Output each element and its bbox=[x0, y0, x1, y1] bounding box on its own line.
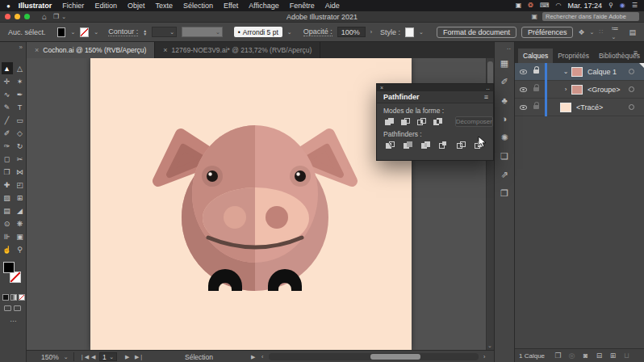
shape-builder-tool[interactable]: ◰ bbox=[15, 179, 26, 191]
tab-close-icon[interactable]: × bbox=[163, 46, 167, 54]
layer-row[interactable]: <Tracé> bbox=[515, 99, 644, 116]
adobe-cc-menu-icon[interactable]: ❂ bbox=[528, 2, 533, 9]
menu-item[interactable]: Illustrator bbox=[19, 2, 52, 10]
toolbar-collapse-button[interactable]: » bbox=[0, 42, 27, 58]
previous-artboard-icon[interactable]: ◀ bbox=[91, 351, 95, 362]
pencil-tool[interactable]: ◇ bbox=[15, 127, 26, 139]
pathfinder-close-icon[interactable]: × bbox=[380, 85, 383, 90]
color-button[interactable] bbox=[2, 294, 9, 301]
locate-object-icon[interactable]: ◎ bbox=[565, 351, 579, 360]
expand-button[interactable]: Décomposer bbox=[455, 116, 493, 127]
layer-row[interactable]: ⌄ Calque 1 bbox=[515, 63, 644, 81]
scroll-right-icon[interactable]: › bbox=[483, 351, 485, 362]
menu-item[interactable]: Aide bbox=[325, 2, 340, 10]
layer-row[interactable]: › <Groupe> bbox=[515, 81, 644, 99]
transparency-panel-icon[interactable]: ◑ bbox=[502, 115, 508, 124]
next-artboard-icon[interactable]: ▶ bbox=[125, 351, 129, 362]
column-graph-tool[interactable]: ⊪ bbox=[2, 230, 13, 242]
visibility-eye-icon[interactable] bbox=[520, 87, 527, 92]
expand-chevron-icon[interactable]: ⌄ bbox=[562, 68, 570, 75]
lock-icon[interactable] bbox=[533, 105, 539, 109]
status-expand-icon[interactable]: ▶ bbox=[251, 351, 255, 362]
layer-thumbnail[interactable] bbox=[571, 85, 583, 95]
target-circle-icon[interactable] bbox=[629, 69, 634, 74]
intersect-icon[interactable] bbox=[416, 116, 427, 127]
trim-icon[interactable] bbox=[401, 140, 414, 150]
scale-tool[interactable]: ❐ bbox=[2, 166, 13, 178]
merge-icon[interactable] bbox=[419, 140, 432, 150]
swatches-panel-icon[interactable]: ▦ bbox=[500, 59, 508, 68]
gradient-tool[interactable]: ▤ bbox=[2, 204, 13, 217]
style-chevron-icon[interactable]: ⌄ bbox=[419, 29, 424, 35]
asset-export-panel-icon[interactable]: ⇗ bbox=[500, 170, 508, 179]
screen-mirroring-icon[interactable]: ▣ bbox=[516, 2, 522, 9]
pig-artwork[interactable] bbox=[90, 58, 412, 350]
wifi-icon[interactable]: ◠ bbox=[555, 2, 561, 9]
panel-options-icon[interactable]: ▤ bbox=[629, 28, 637, 36]
isolate-selection-icon[interactable]: ❖ bbox=[578, 28, 584, 36]
visibility-eye-icon[interactable] bbox=[520, 105, 527, 110]
menu-item[interactable]: Sélection bbox=[183, 2, 213, 10]
brush-definition-select[interactable]: • Arrondi 5 pt bbox=[234, 27, 282, 37]
graphic-styles-panel-icon[interactable]: ❏ bbox=[500, 152, 508, 161]
document-setup-button[interactable]: Format de document bbox=[437, 27, 516, 38]
appearance-panel-icon[interactable]: ✺ bbox=[500, 133, 508, 142]
visibility-eye-icon[interactable] bbox=[520, 69, 527, 74]
brush-chevron-icon[interactable]: ⌄ bbox=[287, 29, 292, 35]
style-swatch[interactable] bbox=[405, 27, 414, 37]
symbols-panel-icon[interactable]: ♣ bbox=[501, 96, 507, 105]
edit-toolbar-ellipsis[interactable]: … bbox=[0, 315, 27, 323]
variable-width-profile-select[interactable]: ⌄ bbox=[182, 27, 223, 37]
scroll-left-icon[interactable]: ‹ bbox=[261, 351, 263, 362]
eraser-tool[interactable]: ◻ bbox=[2, 153, 13, 165]
make-clipping-mask-icon[interactable]: ◙ bbox=[579, 351, 592, 360]
brushes-panel-icon[interactable]: ✐ bbox=[500, 78, 508, 86]
new-layer-icon[interactable]: ⊞ bbox=[606, 351, 620, 360]
collect-for-export-icon[interactable]: ❐ bbox=[551, 351, 565, 360]
unite-icon[interactable] bbox=[383, 116, 395, 127]
type-tool[interactable]: T bbox=[15, 101, 26, 113]
lasso-tool[interactable]: ✶ bbox=[15, 75, 26, 87]
layer-name[interactable]: <Tracé> bbox=[576, 103, 603, 112]
horizontal-scrollbar-thumb[interactable] bbox=[370, 354, 420, 360]
blend-tool[interactable]: ⊙ bbox=[2, 217, 13, 229]
workspace-switcher-icon[interactable]: ≔ ⌄ bbox=[612, 24, 621, 40]
divide-icon[interactable] bbox=[383, 140, 396, 150]
menu-item[interactable]: Effet bbox=[224, 2, 238, 10]
stroke-proxy-swatch[interactable] bbox=[10, 272, 21, 283]
symbol-sprayer-tool[interactable]: ❋ bbox=[15, 217, 26, 229]
paintbrush-tool[interactable]: ✎ bbox=[2, 101, 13, 113]
rectangle-tool[interactable]: ▭ bbox=[15, 114, 26, 126]
layer-thumbnail[interactable] bbox=[571, 67, 583, 77]
gpu-performance-icon[interactable]: ▣ bbox=[531, 13, 537, 20]
menu-item[interactable]: Objet bbox=[128, 2, 145, 10]
zoom-window-button[interactable] bbox=[24, 14, 30, 19]
artboard-chevron-icon[interactable]: ⌄ bbox=[109, 354, 114, 360]
stroke-chevron-icon[interactable]: ⌄ bbox=[94, 29, 98, 35]
close-window-button[interactable] bbox=[5, 14, 10, 19]
target-circle-icon[interactable] bbox=[629, 104, 634, 110]
home-icon[interactable]: ⌂ bbox=[42, 12, 47, 21]
menu-item[interactable]: Texte bbox=[155, 2, 173, 10]
panel-tab[interactable]: Propriétés bbox=[553, 48, 594, 63]
stroke-weight-select[interactable]: ⌄ bbox=[152, 27, 177, 37]
document-tab[interactable]: × Cochon.ai @ 150% (RVB/Aperçu) bbox=[27, 42, 155, 58]
opacity-chevron-icon[interactable]: › bbox=[370, 29, 372, 35]
stroke-color-swatch[interactable] bbox=[80, 27, 89, 37]
menu-item[interactable]: Edition bbox=[94, 2, 117, 10]
zoom-tool[interactable]: ⚲ bbox=[15, 243, 26, 255]
layer-name[interactable]: <Groupe> bbox=[588, 86, 621, 94]
expand-chevron-icon[interactable]: › bbox=[562, 86, 570, 93]
gradient-button[interactable] bbox=[10, 294, 17, 301]
spotlight-search-icon[interactable]: ⚲ bbox=[608, 2, 613, 9]
control-center-icon[interactable]: ☰ bbox=[632, 2, 638, 9]
pathfinder-collapse-icon[interactable]: ‥ bbox=[486, 85, 490, 91]
mesh-tool[interactable]: ⊞ bbox=[15, 192, 26, 204]
artboard-number-field[interactable]: 1⌄ bbox=[99, 351, 117, 362]
tab-close-icon[interactable]: × bbox=[35, 46, 39, 54]
perspective-grid-tool[interactable]: ▨ bbox=[2, 192, 13, 204]
hand-tool[interactable]: ☝ bbox=[2, 243, 13, 255]
zoom-level-select[interactable]: 150% ⌄ bbox=[41, 351, 69, 362]
first-artboard-icon[interactable]: ❘◀ bbox=[80, 351, 89, 362]
align-options-icon[interactable]: ∷ bbox=[599, 28, 603, 36]
